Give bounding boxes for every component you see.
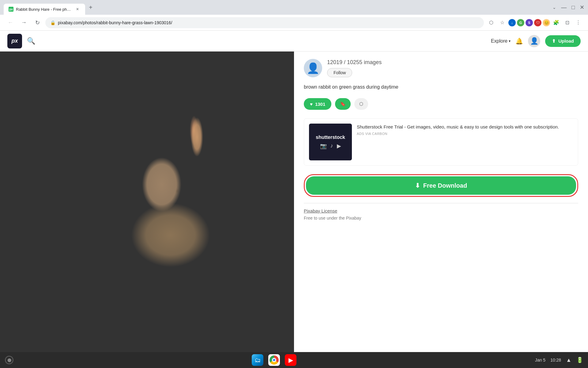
download-button-highlight: ⬇ Free Download bbox=[304, 174, 578, 197]
user-info: 12019 / 10255 images Follow bbox=[327, 59, 578, 77]
wifi-icon: ▲ bbox=[566, 357, 571, 363]
download-label: Free Download bbox=[423, 182, 467, 189]
like-count: 1301 bbox=[315, 102, 325, 107]
ad-text-block: Shutterstock Free Trial - Get images, vi… bbox=[357, 124, 573, 136]
youtube-app-icon[interactable]: ▶ bbox=[285, 354, 296, 366]
lock-icon: 🔒 bbox=[50, 20, 55, 25]
chrome-menu-icon[interactable]: ⋮ bbox=[573, 18, 583, 28]
back-button[interactable]: ← bbox=[5, 17, 16, 28]
taskbar: ⬤ 🗂 ▶ Jan 5 10:28 ▲ 🔋 bbox=[0, 352, 588, 368]
notifications-icon[interactable]: 🔔 bbox=[515, 37, 523, 45]
taskbar-time: 10:28 bbox=[550, 358, 561, 362]
puzzle-extension-icon[interactable]: 🧩 bbox=[551, 18, 561, 28]
license-section: Pixabay License Free to use under the Pi… bbox=[304, 203, 578, 220]
photo-container bbox=[0, 52, 294, 368]
pixabay-license-link[interactable]: Pixabay License bbox=[304, 208, 337, 213]
video-icon: ▶ bbox=[337, 143, 341, 149]
logo-text: px bbox=[11, 38, 18, 44]
ads-via-label: ADS VIA CARBON bbox=[357, 132, 573, 136]
upload-button[interactable]: ⬆ Upload bbox=[545, 35, 581, 47]
photographer-avatar[interactable]: 👤 bbox=[304, 59, 322, 77]
pixabay-logo[interactable]: px bbox=[7, 34, 22, 48]
split-view-icon[interactable]: ⊡ bbox=[562, 18, 572, 28]
bookmark-icon: 🔖 bbox=[340, 101, 346, 107]
s-extension-icon[interactable]: S bbox=[526, 19, 533, 26]
upload-label: Upload bbox=[558, 38, 574, 44]
forward-button[interactable]: → bbox=[18, 17, 29, 28]
ad-image[interactable]: shutterstock 📷 ♪ ▶ bbox=[309, 124, 352, 160]
music-icon: ♪ bbox=[330, 143, 333, 149]
maximize-button[interactable]: □ bbox=[571, 4, 575, 11]
download-icon: ⬇ bbox=[415, 182, 420, 189]
heart-icon: ♥ bbox=[310, 102, 313, 107]
avatar-person-icon: 👤 bbox=[530, 37, 538, 45]
like-button[interactable]: ♥ 1301 bbox=[304, 98, 331, 110]
share-icon: ⬡ bbox=[359, 101, 363, 107]
camera-icon: 📷 bbox=[320, 143, 327, 149]
url-text: pixabay.com/photos/rabbit-bunny-hare-gra… bbox=[58, 20, 479, 25]
minimize-button[interactable]: — bbox=[561, 4, 567, 11]
profile-extension-icon[interactable]: 😊 bbox=[543, 19, 550, 26]
tab-strip-chevron-icon[interactable]: ⌄ bbox=[552, 5, 556, 10]
share-button[interactable]: ⬡ bbox=[354, 98, 368, 110]
share-page-icon[interactable]: ⬡ bbox=[486, 18, 496, 28]
advertisement: shutterstock 📷 ♪ ▶ Shutterstock Free Tri… bbox=[304, 118, 578, 166]
avatar-icon: 👤 bbox=[307, 62, 319, 74]
follow-button[interactable]: Follow bbox=[327, 68, 352, 77]
shutterstock-brand: shutterstock bbox=[316, 135, 345, 140]
tab-favicon: px bbox=[9, 7, 13, 12]
image-count: 12019 / 10255 images bbox=[327, 59, 578, 66]
bookmark-star-icon[interactable]: ☆ bbox=[497, 18, 507, 28]
download-section: ⬇ Free Download bbox=[304, 174, 578, 197]
upload-icon: ⬆ bbox=[552, 38, 556, 44]
grammarly-extension-icon[interactable]: G bbox=[517, 19, 524, 26]
free-download-button[interactable]: ⬇ Free Download bbox=[306, 176, 576, 195]
explore-button[interactable]: Explore ▾ bbox=[491, 38, 511, 44]
info-sidebar: 👤 12019 / 10255 images Follow brown rabb… bbox=[294, 52, 588, 368]
chrome-app-icon[interactable] bbox=[268, 354, 280, 366]
user-row: 👤 12019 / 10255 images Follow bbox=[304, 59, 578, 77]
ad-media-icons: 📷 ♪ ▶ bbox=[320, 143, 341, 149]
ad-title: Shutterstock Free Trial - Get images, vi… bbox=[357, 124, 573, 131]
tab-title: Rabbit Bunny Hare - Free photo o bbox=[16, 7, 71, 12]
site-header: px 🔍 Explore ▾ 🔔 👤 ⬆ Upload bbox=[0, 31, 588, 52]
active-tab[interactable]: px Rabbit Bunny Hare - Free photo o ✕ bbox=[4, 4, 85, 15]
user-avatar[interactable]: 👤 bbox=[528, 35, 540, 47]
bookmark-button[interactable]: 🔖 bbox=[335, 98, 351, 110]
refresh-button[interactable]: ↻ bbox=[32, 17, 43, 28]
files-app-icon[interactable]: 🗂 bbox=[252, 354, 263, 366]
shield-extension-icon[interactable]: 🛡 bbox=[534, 19, 541, 26]
license-description: Free to use under the Pixabay bbox=[304, 216, 578, 220]
taskbar-date: Jan 5 bbox=[535, 358, 545, 362]
new-tab-button[interactable]: + bbox=[86, 3, 95, 12]
close-button[interactable]: ✕ bbox=[580, 4, 584, 11]
recording-indicator: ⬤ bbox=[5, 356, 13, 364]
download-extension-icon[interactable]: ↓ bbox=[508, 19, 516, 26]
explore-label: Explore bbox=[491, 38, 507, 44]
battery-icon: 🔋 bbox=[576, 357, 583, 363]
action-buttons: ♥ 1301 🔖 ⬡ bbox=[304, 98, 578, 110]
tab-close-button[interactable]: ✕ bbox=[75, 6, 80, 12]
explore-chevron-icon: ▾ bbox=[509, 39, 511, 43]
rabbit-photo bbox=[0, 52, 294, 368]
search-icon[interactable]: 🔍 bbox=[27, 37, 35, 45]
address-bar[interactable]: 🔒 pixabay.com/photos/rabbit-bunny-hare-g… bbox=[45, 17, 484, 28]
image-description: brown rabbit on green grass during dayti… bbox=[304, 83, 578, 91]
